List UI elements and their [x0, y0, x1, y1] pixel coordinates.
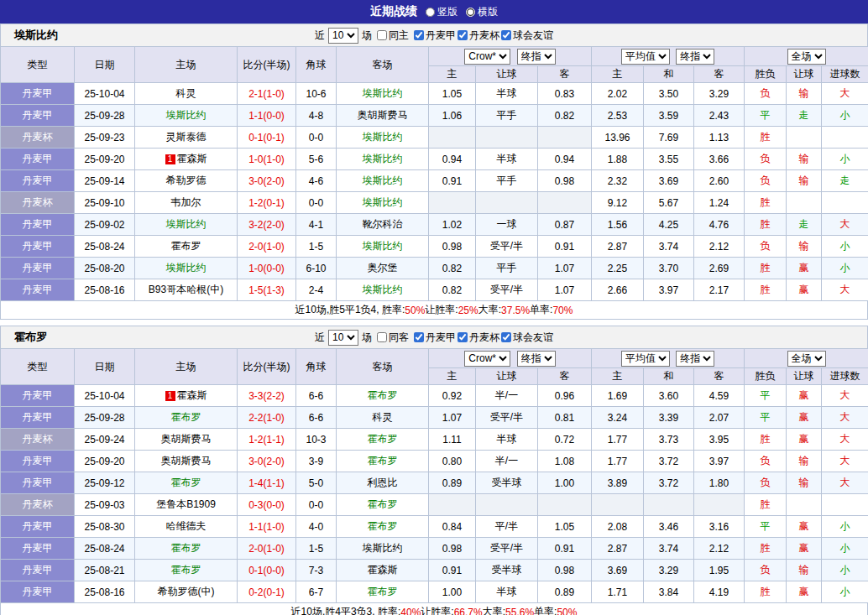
final-index-select[interactable]: 终指 — [517, 351, 556, 367]
team-link[interactable]: 埃斯比约 — [363, 87, 403, 99]
cell-asian-odds: 半球 — [476, 429, 538, 451]
cell-euro-odds: 3.69 — [592, 560, 644, 581]
layout-option[interactable]: 竖版 — [426, 5, 458, 19]
team-link[interactable]: 霍布罗 — [368, 586, 398, 597]
layout-radio[interactable] — [466, 8, 475, 17]
recent-count-select[interactable]: 10 — [328, 330, 358, 346]
cell-euro-odds: 1.56 — [592, 214, 644, 236]
cell-euro-odds: 1.77 — [592, 429, 644, 451]
team-link[interactable]: 奥尔堡 — [368, 262, 398, 274]
team-link[interactable]: 埃斯比约 — [363, 196, 403, 208]
league-filter[interactable]: 丹麦甲 — [414, 29, 456, 43]
league-checkbox[interactable] — [458, 332, 468, 342]
team-link[interactable]: 霍布罗 — [368, 433, 398, 445]
cell-result-handicap: 赢 — [787, 407, 822, 429]
team-link[interactable]: 霍森斯 — [368, 564, 398, 576]
team-link[interactable]: 埃斯比约 — [363, 284, 403, 295]
same-venue-checkbox[interactable] — [377, 30, 387, 40]
cell-asian-odds: 0.96 — [538, 385, 592, 407]
cell-away-team: 霍森斯 — [337, 560, 429, 581]
team-link[interactable]: 韦加尔 — [171, 196, 201, 208]
team-link[interactable]: 埃斯比约 — [363, 153, 403, 164]
team-link[interactable]: 奥胡斯费马 — [161, 433, 212, 445]
team-link[interactable]: 靴尔科治 — [363, 218, 403, 230]
layout-radio[interactable] — [426, 8, 435, 17]
team-link[interactable]: 奥胡斯费马 — [161, 455, 212, 466]
bookmaker-select[interactable]: Crow* — [464, 49, 510, 65]
league-filter[interactable]: 球会友谊 — [501, 29, 553, 43]
team-link[interactable]: 埃斯比约 — [363, 175, 403, 186]
team-link[interactable]: 希勒罗德 — [166, 175, 207, 186]
cell-asian-odds: 0.91 — [429, 170, 476, 192]
team-link[interactable]: 埃斯比约 — [166, 109, 207, 121]
fulltime-select[interactable]: 全场 — [787, 351, 826, 367]
league-checkbox[interactable] — [501, 332, 511, 342]
team-link[interactable]: 霍布罗 — [171, 564, 201, 576]
team-link[interactable]: 奥胡斯费马 — [358, 109, 408, 121]
team-link[interactable]: 霍布罗 — [368, 498, 398, 510]
col-type: 类型 — [1, 349, 75, 385]
team-link[interactable]: 霍布罗 — [368, 389, 398, 401]
cell-result-handicap — [787, 192, 822, 214]
recent-count-select[interactable]: 10 — [328, 28, 358, 44]
cell-score: 1-0(1-0) — [238, 149, 296, 170]
team-link[interactable]: 利恩比 — [368, 477, 398, 488]
team-link[interactable]: 霍布罗 — [171, 411, 201, 423]
team-link[interactable]: 霍森斯 — [177, 153, 207, 164]
league-filter[interactable]: 丹麦杯 — [458, 331, 499, 345]
final-index-select-2[interactable]: 终指 — [676, 351, 714, 367]
same-venue-label: 同客 — [389, 331, 409, 345]
matches-tbody: 丹麦甲25-10-04科灵2-1(1-0)10-6埃斯比约1.05半球0.832… — [1, 83, 868, 301]
cell-euro-odds: 9.12 — [592, 192, 644, 214]
league-checkbox[interactable] — [458, 30, 468, 40]
league-checkbox[interactable] — [414, 30, 424, 40]
team-link[interactable]: 霍布罗 — [171, 542, 201, 554]
cell-result-wdl: 负 — [745, 170, 787, 192]
team-link[interactable]: 霍布罗 — [171, 477, 201, 488]
cell-asian-odds: 0.82 — [429, 258, 476, 279]
section-header: 埃斯比约 近 10 场 同主 丹麦甲丹麦杯球会友谊 — [0, 23, 868, 46]
league-filter[interactable]: 球会友谊 — [501, 331, 553, 345]
cell-euro-odds: 7.69 — [644, 127, 694, 149]
cell-result-wdl: 负 — [745, 83, 787, 105]
cell-result-handicap: 赢 — [787, 258, 822, 279]
final-index-select[interactable]: 终指 — [517, 49, 556, 65]
league-filter[interactable]: 丹麦甲 — [414, 331, 456, 345]
team-link[interactable]: 霍森斯 — [177, 389, 207, 401]
team-link[interactable]: 埃斯比约 — [363, 131, 403, 143]
team-link[interactable]: 埃斯比约 — [166, 262, 207, 274]
team-link[interactable]: 灵斯泰德 — [166, 131, 207, 143]
cell-result-wdl: 平 — [745, 516, 787, 538]
average-select[interactable]: 平均值 — [621, 49, 670, 65]
team-link[interactable]: 希勒罗德(中) — [158, 586, 215, 597]
final-index-select-2[interactable]: 终指 — [676, 49, 714, 65]
team-link[interactable]: 霍布罗 — [368, 455, 398, 466]
col-asian-home: 主 — [429, 66, 476, 83]
match-row: 丹麦甲25-10-041霍森斯3-3(2-2)6-6霍布罗0.92半/一0.96… — [1, 385, 868, 407]
average-select[interactable]: 平均值 — [621, 351, 670, 367]
league-filter[interactable]: 丹麦杯 — [458, 29, 499, 43]
cell-away-team: 埃斯比约 — [337, 279, 429, 301]
same-venue-checkbox[interactable] — [377, 332, 387, 342]
team-link[interactable]: 科灵 — [176, 87, 196, 99]
team-link[interactable]: 霍布罗 — [171, 240, 201, 252]
cell-euro-odds: 3.50 — [644, 83, 694, 105]
league-checkbox[interactable] — [501, 30, 511, 40]
same-venue-filter[interactable]: 同客 — [377, 331, 409, 345]
layout-option[interactable]: 横版 — [466, 5, 498, 19]
team-link[interactable]: 埃斯比约 — [363, 542, 403, 554]
team-link[interactable]: 堡鲁本B1909 — [156, 498, 216, 510]
col-euro-home: 主 — [592, 368, 644, 385]
team-link[interactable]: 哈维德夫 — [166, 520, 207, 532]
cell-result-wdl: 胜 — [745, 214, 787, 236]
team-link[interactable]: 埃斯比约 — [363, 240, 403, 252]
same-venue-filter[interactable]: 同主 — [377, 29, 409, 43]
summary-part: 单率: — [534, 605, 557, 615]
bookmaker-select[interactable]: Crow* — [464, 351, 510, 367]
team-link[interactable]: 埃斯比约 — [166, 218, 207, 230]
team-link[interactable]: 科灵 — [373, 411, 393, 423]
team-link[interactable]: B93哥本哈根(中) — [149, 284, 223, 295]
league-checkbox[interactable] — [414, 332, 424, 342]
fulltime-select[interactable]: 全场 — [787, 49, 826, 65]
team-link[interactable]: 霍布罗 — [368, 520, 398, 532]
